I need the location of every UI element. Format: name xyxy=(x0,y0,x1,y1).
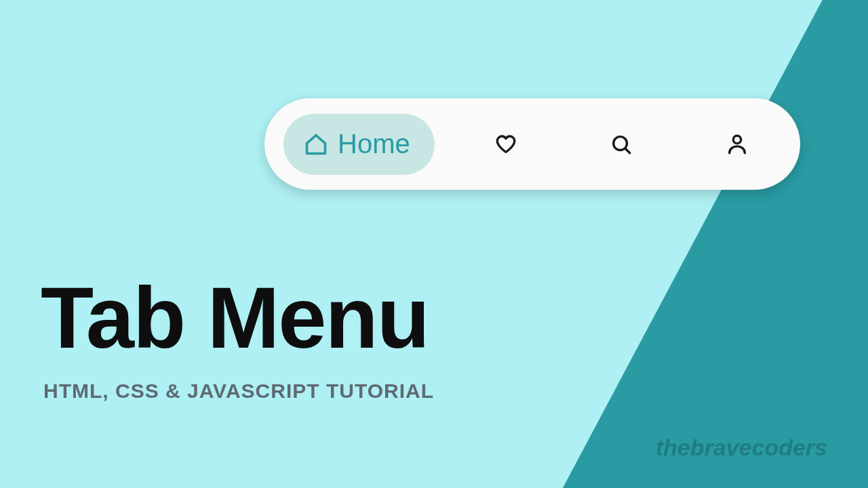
tab-favorites[interactable] xyxy=(462,114,550,175)
tab-home-label: Home xyxy=(338,129,410,159)
heart-icon xyxy=(494,133,517,156)
search-icon xyxy=(610,133,633,156)
person-icon xyxy=(726,133,749,156)
subtitle-text: HTML, CSS & JAVASCRIPT TUTORIAL xyxy=(43,380,434,403)
tab-menu-bar: Home xyxy=(264,98,800,190)
tab-profile[interactable] xyxy=(693,114,781,175)
main-title: Tab Menu xyxy=(41,268,429,367)
home-icon xyxy=(304,132,328,157)
brand-watermark: thebravecoders xyxy=(656,434,827,461)
diagonal-background xyxy=(0,0,868,488)
tab-home[interactable]: Home xyxy=(283,114,435,175)
tab-search[interactable] xyxy=(577,114,665,175)
thumbnail-stage: Home Tab Menu HTML, CSS & JAVASCRIPT TUT… xyxy=(0,0,868,488)
svg-line-1 xyxy=(625,148,630,152)
svg-point-2 xyxy=(733,136,741,143)
